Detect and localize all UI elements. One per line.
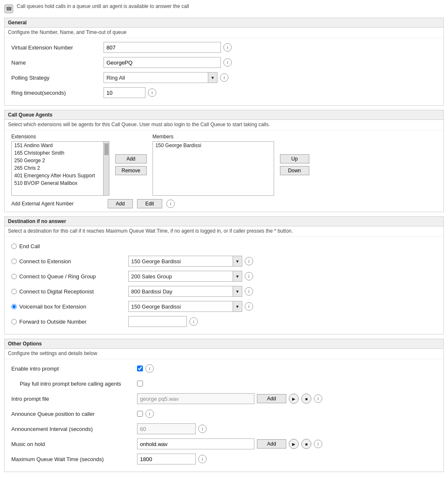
voicemail-value[interactable]: 150 George Bardissi: [128, 301, 233, 312]
connect-extension-arrow[interactable]: ▼: [233, 256, 242, 267]
forward-outside-row: Forward to Outside Number i: [11, 316, 437, 327]
other-options-subtitle: Configure the settings and details below: [5, 349, 443, 359]
intro-prompt-label: Intro prompt file: [11, 396, 137, 402]
list-item[interactable]: 510 BVOIP General Mailbox: [12, 179, 103, 187]
intro-prompt-input[interactable]: [137, 393, 254, 404]
music-on-hold-input[interactable]: [137, 438, 254, 449]
connect-extension-label: Connect to Extension: [19, 258, 128, 265]
polling-strategy-value[interactable]: Ring All: [104, 72, 208, 83]
polling-strategy-label: Polling Strategy: [11, 75, 104, 81]
agents-title: Call Queue Agents: [5, 110, 443, 120]
edit-external-agent-button[interactable]: Edit: [137, 199, 162, 208]
voicemail-row: Voicemail box for Extension 150 George B…: [11, 301, 437, 312]
agents-subtitle: Select which extensions will be agents f…: [5, 120, 443, 130]
connect-digital-value[interactable]: 800 Bardissi Day: [128, 286, 233, 297]
intro-prompt-info-icon: i: [314, 394, 322, 403]
ring-timeout-info-icon: i: [148, 88, 156, 97]
ring-timeout-control: i: [104, 87, 437, 98]
enable-intro-checkbox[interactable]: [137, 366, 143, 371]
connect-queue-arrow[interactable]: ▼: [233, 271, 242, 282]
virtual-extension-info-icon: i: [223, 43, 232, 52]
members-container: Members 150 George Bardissi: [153, 134, 274, 196]
ring-timeout-input[interactable]: [104, 87, 145, 98]
general-subtitle: Configure the Number, Name, and Time-out…: [5, 28, 443, 38]
name-control: i: [104, 57, 437, 68]
general-title: General: [5, 18, 443, 28]
forward-outside-input[interactable]: [128, 316, 187, 327]
list-item[interactable]: 151 Andino Ward: [12, 142, 103, 149]
music-on-hold-info-icon: i: [314, 440, 322, 448]
header-description: Call queues hold calls in a queue until …: [17, 3, 189, 9]
add-external-agent-button[interactable]: Add: [108, 199, 133, 208]
list-item[interactable]: 265 Chris 2: [12, 164, 103, 172]
destination-subtitle: Select a destination for this call if it…: [5, 226, 443, 237]
other-options-body: Enable intro prompt i Play full intro pr…: [5, 359, 443, 472]
header-row: ☎ Call queues hold calls in a queue unti…: [4, 3, 444, 13]
destination-title: Destination if no answer: [5, 217, 443, 226]
announce-queue-checkbox[interactable]: [137, 411, 143, 417]
voicemail-arrow[interactable]: ▼: [233, 301, 242, 312]
connect-extension-radio[interactable]: [11, 259, 17, 264]
list-item[interactable]: 165 Christopher Smith: [12, 149, 103, 157]
announcement-interval-input[interactable]: [137, 423, 196, 434]
extensions-label: Extensions: [11, 134, 109, 140]
virtual-extension-input[interactable]: [104, 42, 221, 53]
music-on-hold-stop-icon[interactable]: ■: [301, 439, 311, 449]
forward-outside-info-icon: i: [189, 317, 198, 326]
list-item[interactable]: 401 Emergency After Hours Support: [12, 172, 103, 179]
play-full-intro-label: Play full intro prompt before calling ag…: [11, 381, 137, 387]
polling-strategy-dropdown-arrow[interactable]: ▼: [208, 72, 218, 83]
forward-outside-label: Forward to Outside Number: [19, 319, 128, 325]
max-queue-wait-label: Maximum Queue Wait Time (seconds): [11, 456, 137, 462]
intro-prompt-play-icon[interactable]: ▶: [289, 394, 299, 404]
list-item[interactable]: 150 George Bardissi: [153, 142, 274, 149]
polling-strategy-row: Polling Strategy Ring All ▼ i: [11, 72, 437, 83]
announcement-interval-row: Announcement Interval (seconds) i: [11, 423, 437, 435]
destination-body: End Call Connect to Extension 150 George…: [5, 237, 443, 334]
connect-extension-value[interactable]: 150 George Bardissi: [128, 256, 233, 267]
max-queue-wait-info-icon: i: [198, 455, 207, 463]
connect-queue-value[interactable]: 200 Sales Group: [128, 271, 233, 282]
play-full-intro-checkbox[interactable]: [137, 381, 143, 386]
intro-prompt-stop-icon[interactable]: ■: [301, 394, 311, 404]
other-options-title: Other Options: [5, 339, 443, 349]
destination-section: Destination if no answer Select a destin…: [4, 216, 444, 335]
name-input[interactable]: [104, 57, 221, 68]
music-on-hold-label: Music on hold: [11, 441, 137, 447]
connect-digital-radio[interactable]: [11, 289, 17, 294]
intro-prompt-control: Add ▶ ■ i: [137, 393, 322, 404]
music-on-hold-add-button[interactable]: Add: [257, 439, 286, 449]
list-item[interactable]: 250 George 2: [12, 157, 103, 164]
remove-member-button[interactable]: Remove: [115, 166, 147, 175]
max-queue-wait-input[interactable]: [137, 454, 196, 464]
members-listbox[interactable]: 150 George Bardissi: [153, 141, 274, 196]
add-member-button[interactable]: Add: [115, 154, 147, 163]
end-call-label: End Call: [19, 243, 128, 249]
extensions-listbox[interactable]: 151 Andino Ward 165 Christopher Smith 25…: [11, 141, 104, 196]
up-button[interactable]: Up: [280, 154, 309, 163]
announcement-interval-label: Announcement Interval (seconds): [11, 426, 137, 432]
intro-prompt-add-button[interactable]: Add: [257, 394, 286, 403]
end-call-row: End Call: [11, 240, 437, 252]
end-call-radio[interactable]: [11, 244, 17, 249]
polling-strategy-control: Ring All ▼ i: [104, 72, 437, 83]
announce-queue-info-icon: i: [145, 410, 154, 418]
play-full-intro-row: Play full intro prompt before calling ag…: [11, 378, 437, 389]
down-button[interactable]: Down: [280, 166, 309, 175]
extensions-scroll-thumb: [104, 143, 109, 155]
call-queue-icon: ☎: [4, 4, 13, 13]
extensions-container: Extensions 151 Andino Ward 165 Christoph…: [11, 134, 109, 196]
connect-digital-control: 800 Bardissi Day ▼ i: [128, 286, 253, 297]
agents-layout: Extensions 151 Andino Ward 165 Christoph…: [11, 134, 437, 196]
announcement-interval-info-icon: i: [198, 425, 207, 433]
extensions-scrollbar[interactable]: [104, 141, 109, 196]
connect-queue-radio[interactable]: [11, 274, 17, 279]
connect-digital-arrow[interactable]: ▼: [233, 286, 242, 297]
connect-queue-row: Connect to Queue / Ring Group 200 Sales …: [11, 270, 437, 282]
ring-timeout-row: Ring timeout(seconds) i: [11, 87, 437, 99]
music-on-hold-play-icon[interactable]: ▶: [289, 439, 299, 449]
voicemail-radio[interactable]: [11, 304, 17, 309]
connect-extension-select-wrapper: 150 George Bardissi ▼: [128, 256, 242, 267]
external-agent-row: Add External Agent Number Add Edit i: [11, 199, 437, 208]
forward-outside-radio[interactable]: [11, 319, 17, 324]
